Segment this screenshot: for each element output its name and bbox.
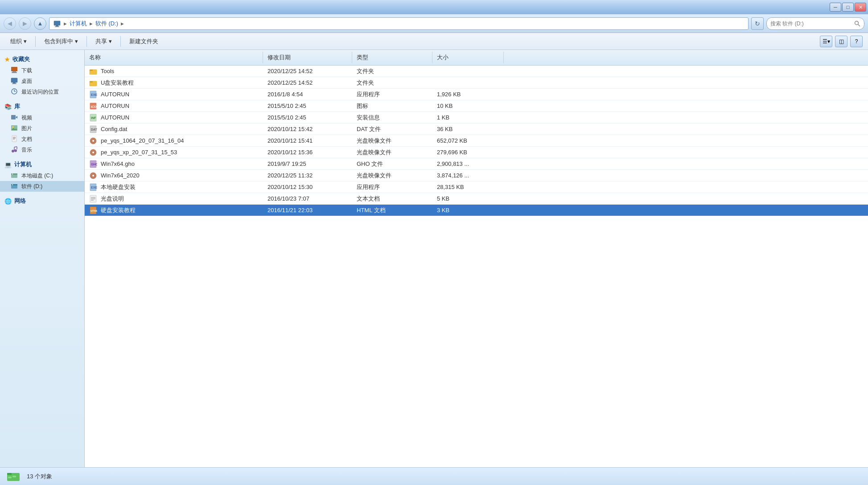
file-icon: HTML xyxy=(89,206,97,214)
table-row[interactable]: 光盘说明 2016/10/23 7:07 文本文档 5 KB xyxy=(85,193,868,205)
toolbar-separator-3 xyxy=(120,36,121,47)
help-button[interactable]: ? xyxy=(850,36,863,47)
forward-button[interactable]: ▶ xyxy=(19,17,31,30)
table-row[interactable]: pe_yqs_xp_20_07_31_15_53 2020/10/12 15:3… xyxy=(85,147,868,158)
file-type: 文件夹 xyxy=(352,66,432,77)
file-modified: 2016/10/23 7:07 xyxy=(263,194,352,203)
sidebar-item-document[interactable]: 文档 xyxy=(0,134,84,144)
file-modified: 2020/12/25 14:52 xyxy=(263,66,352,76)
file-name: Tools xyxy=(101,68,114,74)
file-name: 硬盘安装教程 xyxy=(101,206,136,214)
file-list-container: 名称 修改日期 类型 大小 Tools 2020/12/25 14:52 文件夹… xyxy=(85,50,868,467)
file-modified: 2020/10/12 15:36 xyxy=(263,148,352,157)
breadcrumb-drive[interactable]: 软件 (D:) xyxy=(95,20,118,28)
sidebar-section-header-library[interactable]: 📚 库 xyxy=(0,101,84,112)
music-icon xyxy=(11,146,19,154)
svg-rect-1 xyxy=(56,25,58,26)
file-icon: ICO xyxy=(89,102,97,110)
sidebar-item-music[interactable]: 音乐 xyxy=(0,144,84,155)
sidebar-drive-d-label: 软件 (D:) xyxy=(21,183,42,190)
table-row[interactable]: GHO Win7x64.gho 2019/9/7 19:25 GHO 文件 2,… xyxy=(85,158,868,170)
search-input[interactable] xyxy=(770,21,852,27)
svg-rect-19 xyxy=(12,136,16,142)
column-modified[interactable]: 修改日期 xyxy=(263,52,352,63)
sidebar-item-video[interactable]: 视频 xyxy=(0,112,84,123)
table-row[interactable]: ICO AUTORUN 2015/5/10 2:45 图标 10 KB xyxy=(85,100,868,112)
file-type: 图标 xyxy=(352,101,432,111)
breadcrumb-separator-3: ► xyxy=(120,21,125,26)
statusbar-folder-icon xyxy=(6,469,21,484)
sidebar-section-header-network[interactable]: 🌐 网络 xyxy=(0,195,84,207)
include-library-button[interactable]: 包含到库中 ▾ xyxy=(39,35,83,48)
file-icon: EXE xyxy=(89,90,97,99)
sidebar-item-desktop[interactable]: 桌面 xyxy=(0,76,84,86)
titlebar: ─ □ ✕ xyxy=(0,0,868,14)
file-size: 3 KB xyxy=(432,206,504,215)
maximize-button[interactable]: □ xyxy=(842,3,854,12)
sidebar-drive-c-label: 本地磁盘 (C:) xyxy=(21,172,53,180)
file-name: 光盘说明 xyxy=(101,195,124,203)
file-type: 光盘映像文件 xyxy=(352,147,432,158)
address-bar: ◀ ▶ ▲ ► 计算机 ► 软件 (D:) ► ↻ xyxy=(0,14,868,33)
close-button[interactable]: ✕ xyxy=(855,3,866,12)
svg-text:ICO: ICO xyxy=(91,105,97,108)
file-type: 应用程序 xyxy=(352,89,432,100)
file-icon xyxy=(89,148,97,156)
toolbar-right: ☰▾ ◫ ? xyxy=(820,36,863,47)
share-button[interactable]: 共享 ▾ xyxy=(91,35,117,48)
sidebar-item-image[interactable]: 图片 xyxy=(0,123,84,134)
file-type: 光盘映像文件 xyxy=(352,136,432,146)
file-name-cell: ICO AUTORUN xyxy=(85,101,263,111)
minimize-button[interactable]: ─ xyxy=(830,3,841,12)
sidebar-item-recent[interactable]: 最近访问的位置 xyxy=(0,86,84,97)
sidebar-section-header-computer[interactable]: 💻 计算机 xyxy=(0,159,84,170)
file-name: U盘安装教程 xyxy=(101,79,134,87)
preview-button[interactable]: ◫ xyxy=(835,36,847,47)
svg-rect-14 xyxy=(11,115,16,119)
table-row[interactable]: pe_yqs_1064_20_07_31_16_04 2020/10/12 15… xyxy=(85,135,868,147)
table-row[interactable]: EXE AUTORUN 2016/1/8 4:54 应用程序 1,926 KB xyxy=(85,89,868,100)
organize-button[interactable]: 组织 ▾ xyxy=(5,35,32,48)
column-size[interactable]: 大小 xyxy=(432,52,504,63)
file-icon xyxy=(89,79,97,87)
include-library-label: 包含到库中 xyxy=(44,37,73,45)
sidebar-section-computer: 💻 计算机 本地磁盘 (C:) xyxy=(0,159,84,192)
table-row[interactable]: EXE 本地硬盘安装 2020/10/12 15:30 应用程序 28,315 … xyxy=(85,181,868,193)
file-type: 文件夹 xyxy=(352,78,432,88)
svg-rect-2 xyxy=(55,26,59,27)
svg-rect-5 xyxy=(11,67,17,71)
file-name-cell: 光盘说明 xyxy=(85,193,263,204)
file-size: 3,874,126 ... xyxy=(432,171,504,180)
sidebar-section-library: 📚 库 视频 xyxy=(0,101,84,155)
table-row[interactable]: U盘安装教程 2020/12/25 14:52 文件夹 xyxy=(85,77,868,89)
file-name: pe_yqs_1064_20_07_31_16_04 xyxy=(101,137,184,144)
table-row[interactable]: Win7x64_2020 2020/12/25 11:32 光盘映像文件 3,8… xyxy=(85,170,868,181)
svg-point-49 xyxy=(92,152,94,153)
table-row[interactable]: DAT Config.dat 2020/10/12 15:42 DAT 文件 3… xyxy=(85,123,868,135)
table-row[interactable]: INF AUTORUN 2015/5/10 2:45 安装信息 1 KB xyxy=(85,112,868,123)
up-button[interactable]: ▲ xyxy=(34,17,46,30)
file-icon: GHO xyxy=(89,160,97,168)
search-bar[interactable] xyxy=(766,17,864,30)
view-button[interactable]: ☰▾ xyxy=(820,36,832,47)
sidebar-item-drive-d[interactable]: 软件 (D:) xyxy=(0,181,84,192)
file-icon: EXE xyxy=(89,183,97,191)
svg-text:INF: INF xyxy=(91,116,96,119)
table-row[interactable]: Tools 2020/12/25 14:52 文件夹 xyxy=(85,66,868,77)
new-folder-button[interactable]: 新建文件夹 xyxy=(124,35,163,48)
sidebar-item-download[interactable]: 下载 xyxy=(0,65,84,76)
back-button[interactable]: ◀ xyxy=(4,17,16,30)
file-modified: 2015/5/10 2:45 xyxy=(263,113,352,122)
refresh-button[interactable]: ↻ xyxy=(751,17,764,30)
include-library-dropdown-icon: ▾ xyxy=(75,38,78,45)
table-row[interactable]: HTML 硬盘安装教程 2016/11/21 22:03 HTML 文档 3 K… xyxy=(85,205,868,216)
file-size xyxy=(432,70,504,73)
column-type[interactable]: 类型 xyxy=(352,52,432,63)
sidebar-section-header-favorites[interactable]: ★ 收藏夹 xyxy=(0,53,84,65)
breadcrumb-computer[interactable]: 计算机 xyxy=(70,20,87,28)
sidebar-item-drive-c[interactable]: 本地磁盘 (C:) xyxy=(0,170,84,181)
svg-line-4 xyxy=(858,24,860,26)
image-icon xyxy=(11,124,19,132)
video-icon xyxy=(11,114,19,122)
column-name[interactable]: 名称 xyxy=(85,52,263,63)
